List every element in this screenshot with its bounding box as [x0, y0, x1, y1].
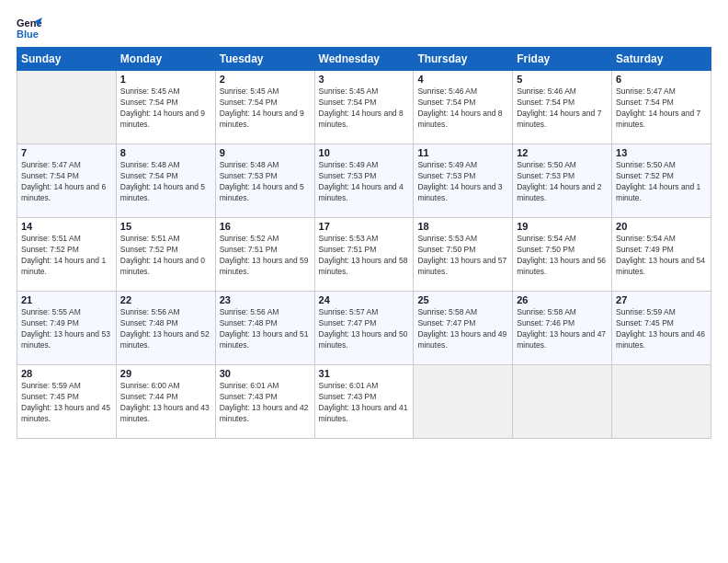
calendar-cell: 23Sunrise: 5:56 AMSunset: 7:48 PMDayligh… — [215, 292, 314, 365]
day-info: Sunrise: 5:50 AMSunset: 7:52 PMDaylight:… — [616, 160, 707, 204]
day-number: 4 — [417, 74, 508, 85]
calendar-cell: 19Sunrise: 5:54 AMSunset: 7:50 PMDayligh… — [513, 218, 612, 292]
logo: General Blue — [17, 14, 46, 40]
day-number: 3 — [319, 74, 410, 85]
day-number: 25 — [417, 294, 508, 305]
day-number: 21 — [21, 294, 112, 305]
day-number: 31 — [319, 368, 410, 379]
calendar-cell: 22Sunrise: 5:56 AMSunset: 7:48 PMDayligh… — [116, 292, 215, 365]
week-row-2: 7Sunrise: 5:47 AMSunset: 7:54 PMDaylight… — [17, 144, 711, 218]
calendar-cell — [17, 71, 117, 144]
day-info: Sunrise: 5:51 AMSunset: 7:52 PMDaylight:… — [120, 234, 211, 278]
day-info: Sunrise: 5:53 AMSunset: 7:50 PMDaylight:… — [417, 234, 508, 278]
day-number: 30 — [220, 368, 311, 379]
day-number: 22 — [120, 294, 211, 305]
calendar-cell: 25Sunrise: 5:58 AMSunset: 7:47 PMDayligh… — [414, 292, 513, 365]
weekday-header-saturday: Saturday — [612, 48, 711, 71]
calendar-cell: 6Sunrise: 5:47 AMSunset: 7:54 PMDaylight… — [612, 71, 711, 144]
day-info: Sunrise: 5:47 AMSunset: 7:54 PMDaylight:… — [616, 86, 707, 131]
calendar-cell: 5Sunrise: 5:46 AMSunset: 7:54 PMDaylight… — [513, 71, 612, 144]
day-info: Sunrise: 5:46 AMSunset: 7:54 PMDaylight:… — [517, 86, 608, 131]
calendar-cell: 20Sunrise: 5:54 AMSunset: 7:49 PMDayligh… — [612, 218, 711, 292]
day-number: 18 — [417, 221, 508, 232]
day-info: Sunrise: 5:54 AMSunset: 7:49 PMDaylight:… — [616, 234, 707, 278]
weekday-header-sunday: Sunday — [17, 48, 117, 71]
day-number: 9 — [220, 147, 311, 158]
day-info: Sunrise: 6:01 AMSunset: 7:43 PMDaylight:… — [220, 381, 311, 425]
week-row-4: 21Sunrise: 5:55 AMSunset: 7:49 PMDayligh… — [17, 292, 711, 365]
day-info: Sunrise: 5:48 AMSunset: 7:53 PMDaylight:… — [220, 160, 311, 204]
day-info: Sunrise: 5:48 AMSunset: 7:54 PMDaylight:… — [120, 160, 211, 204]
weekday-header-friday: Friday — [513, 48, 612, 71]
calendar-cell — [612, 365, 711, 439]
calendar-cell: 26Sunrise: 5:58 AMSunset: 7:46 PMDayligh… — [513, 292, 612, 365]
day-info: Sunrise: 5:54 AMSunset: 7:50 PMDaylight:… — [517, 234, 608, 278]
day-number: 28 — [21, 368, 112, 379]
calendar-page: General Blue SundayMondayTuesdayWednesda… — [0, 0, 728, 563]
day-number: 29 — [120, 368, 211, 379]
day-info: Sunrise: 5:55 AMSunset: 7:49 PMDaylight:… — [21, 307, 112, 351]
day-number: 12 — [517, 147, 608, 158]
weekday-header-tuesday: Tuesday — [215, 48, 314, 71]
calendar-cell: 17Sunrise: 5:53 AMSunset: 7:51 PMDayligh… — [314, 218, 414, 292]
calendar-cell: 27Sunrise: 5:59 AMSunset: 7:45 PMDayligh… — [612, 292, 711, 365]
day-info: Sunrise: 5:50 AMSunset: 7:53 PMDaylight:… — [517, 160, 608, 204]
day-info: Sunrise: 5:57 AMSunset: 7:47 PMDaylight:… — [319, 307, 410, 351]
week-row-5: 28Sunrise: 5:59 AMSunset: 7:45 PMDayligh… — [17, 365, 711, 439]
day-info: Sunrise: 6:00 AMSunset: 7:44 PMDaylight:… — [120, 381, 211, 425]
day-info: Sunrise: 5:49 AMSunset: 7:53 PMDaylight:… — [319, 160, 410, 204]
day-info: Sunrise: 5:49 AMSunset: 7:53 PMDaylight:… — [417, 160, 508, 204]
calendar-cell: 2Sunrise: 5:45 AMSunset: 7:54 PMDaylight… — [215, 71, 314, 144]
day-info: Sunrise: 5:45 AMSunset: 7:54 PMDaylight:… — [220, 86, 311, 131]
calendar-cell: 28Sunrise: 5:59 AMSunset: 7:45 PMDayligh… — [17, 365, 117, 439]
calendar-table: SundayMondayTuesdayWednesdayThursdayFrid… — [17, 47, 711, 439]
calendar-cell: 7Sunrise: 5:47 AMSunset: 7:54 PMDaylight… — [17, 144, 117, 218]
calendar-cell: 3Sunrise: 5:45 AMSunset: 7:54 PMDaylight… — [314, 71, 414, 144]
weekday-header-monday: Monday — [116, 48, 215, 71]
calendar-cell: 16Sunrise: 5:52 AMSunset: 7:51 PMDayligh… — [215, 218, 314, 292]
calendar-cell: 13Sunrise: 5:50 AMSunset: 7:52 PMDayligh… — [612, 144, 711, 218]
day-number: 23 — [220, 294, 311, 305]
day-number: 6 — [616, 74, 707, 85]
calendar-cell — [513, 365, 612, 439]
calendar-cell: 10Sunrise: 5:49 AMSunset: 7:53 PMDayligh… — [314, 144, 414, 218]
day-info: Sunrise: 5:51 AMSunset: 7:52 PMDaylight:… — [21, 234, 112, 278]
logo-icon: General Blue — [17, 14, 42, 40]
day-info: Sunrise: 5:56 AMSunset: 7:48 PMDaylight:… — [220, 307, 311, 351]
day-info: Sunrise: 5:56 AMSunset: 7:48 PMDaylight:… — [120, 307, 211, 351]
day-info: Sunrise: 5:59 AMSunset: 7:45 PMDaylight:… — [616, 307, 707, 351]
day-number: 5 — [517, 74, 608, 85]
day-number: 16 — [220, 221, 311, 232]
header: General Blue — [17, 14, 711, 40]
weekday-header-thursday: Thursday — [414, 48, 513, 71]
calendar-cell: 14Sunrise: 5:51 AMSunset: 7:52 PMDayligh… — [17, 218, 117, 292]
day-number: 15 — [120, 221, 211, 232]
day-info: Sunrise: 5:58 AMSunset: 7:46 PMDaylight:… — [517, 307, 608, 351]
calendar-cell: 9Sunrise: 5:48 AMSunset: 7:53 PMDaylight… — [215, 144, 314, 218]
calendar-cell: 11Sunrise: 5:49 AMSunset: 7:53 PMDayligh… — [414, 144, 513, 218]
day-info: Sunrise: 5:59 AMSunset: 7:45 PMDaylight:… — [21, 381, 112, 425]
day-info: Sunrise: 6:01 AMSunset: 7:43 PMDaylight:… — [319, 381, 410, 425]
weekday-header-row: SundayMondayTuesdayWednesdayThursdayFrid… — [17, 48, 711, 71]
day-info: Sunrise: 5:58 AMSunset: 7:47 PMDaylight:… — [417, 307, 508, 351]
day-number: 10 — [319, 147, 410, 158]
week-row-3: 14Sunrise: 5:51 AMSunset: 7:52 PMDayligh… — [17, 218, 711, 292]
calendar-cell — [414, 365, 513, 439]
day-number: 20 — [616, 221, 707, 232]
day-info: Sunrise: 5:47 AMSunset: 7:54 PMDaylight:… — [21, 160, 112, 204]
day-info: Sunrise: 5:52 AMSunset: 7:51 PMDaylight:… — [220, 234, 311, 278]
day-number: 14 — [21, 221, 112, 232]
day-number: 2 — [220, 74, 311, 85]
day-number: 26 — [517, 294, 608, 305]
day-number: 19 — [517, 221, 608, 232]
svg-text:Blue: Blue — [17, 29, 39, 40]
calendar-cell: 21Sunrise: 5:55 AMSunset: 7:49 PMDayligh… — [17, 292, 117, 365]
day-number: 1 — [120, 74, 211, 85]
day-number: 27 — [616, 294, 707, 305]
day-number: 13 — [616, 147, 707, 158]
day-number: 17 — [319, 221, 410, 232]
week-row-1: 1Sunrise: 5:45 AMSunset: 7:54 PMDaylight… — [17, 71, 711, 144]
day-number: 24 — [319, 294, 410, 305]
calendar-cell: 8Sunrise: 5:48 AMSunset: 7:54 PMDaylight… — [116, 144, 215, 218]
calendar-cell: 12Sunrise: 5:50 AMSunset: 7:53 PMDayligh… — [513, 144, 612, 218]
